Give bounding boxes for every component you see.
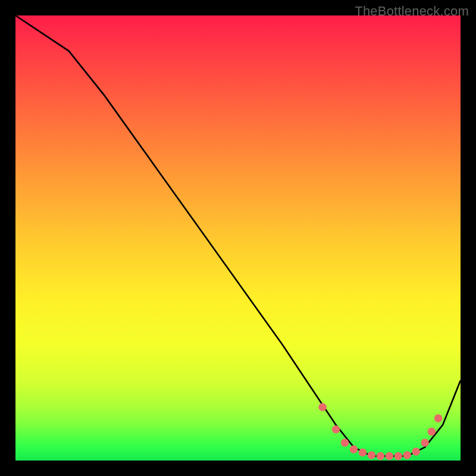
chart-frame: TheBottleneck.com [0,0,476,476]
marker-dot [359,449,367,456]
marker-dot [434,414,442,422]
marker-dot [350,446,358,453]
marker-dot [332,425,340,433]
marker-dot [412,447,419,455]
marker-dot [368,451,375,459]
marker-dot [377,452,384,460]
marker-dot [403,451,411,459]
marker-dot [341,439,349,446]
bottleneck-curve [15,15,461,456]
marker-dot [386,452,393,460]
marker-dot [394,452,402,460]
marker-dot [428,428,436,436]
marker-dot [318,403,326,411]
marker-group [318,403,442,461]
chart-svg [15,15,461,461]
plot-area [15,15,461,461]
watermark-text: TheBottleneck.com [355,4,469,19]
marker-dot [421,439,428,446]
